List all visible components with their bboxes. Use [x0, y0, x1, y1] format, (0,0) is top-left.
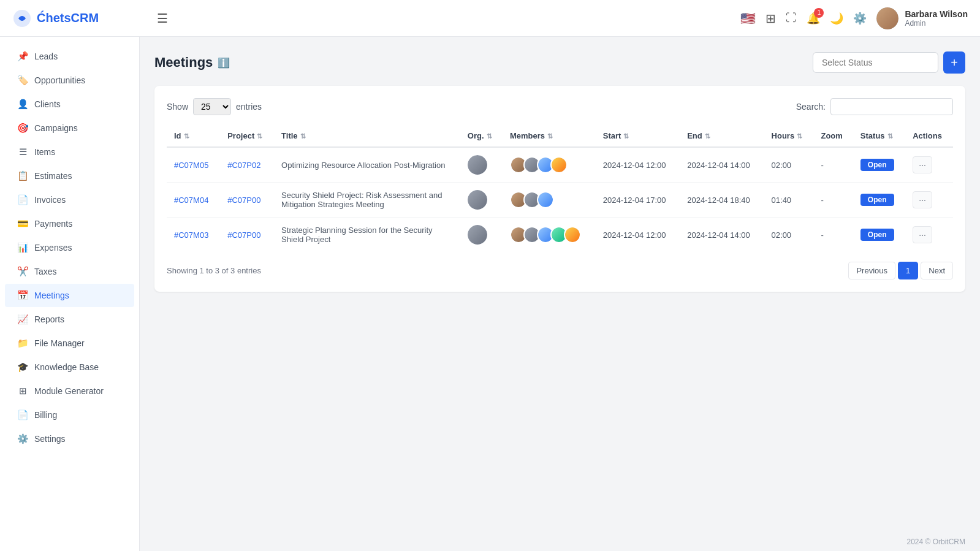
actions-button[interactable]: ···: [913, 226, 932, 243]
status-select[interactable]: [813, 52, 938, 73]
table-card: Show 25 50 100 entries Search: Id⇅Projec…: [154, 86, 965, 292]
items-icon: ☰: [17, 146, 28, 158]
sort-icon: ⇅: [257, 132, 262, 140]
cell-actions: ···: [905, 183, 953, 218]
org-avatar: [468, 190, 487, 210]
cell-project: #C07P02: [220, 147, 274, 183]
sidebar-item-clients[interactable]: 👤Clients: [5, 93, 134, 116]
sidebar-item-expenses[interactable]: 📊Expenses: [5, 236, 134, 259]
showing-text: Showing 1 to 3 of 3 entries: [167, 266, 261, 275]
entries-label: entries: [236, 102, 262, 112]
add-meeting-button[interactable]: +: [943, 51, 965, 74]
main-content: Meetings ℹ️ + Show 25 50 100 entries: [140, 37, 980, 533]
sidebar-item-items[interactable]: ☰Items: [5, 140, 134, 164]
cell-start: 2024-12-04 17:00: [596, 183, 680, 218]
member-avatar: [550, 156, 568, 173]
cell-status: Open: [853, 183, 905, 218]
reports-icon: 📈: [17, 314, 28, 325]
sidebar-label-invoices: Invoices: [34, 195, 66, 205]
hamburger-button[interactable]: ☰: [157, 11, 168, 26]
fullscreen-icon[interactable]: ⛶: [786, 12, 797, 25]
search-input[interactable]: [830, 98, 953, 115]
actions-button[interactable]: ···: [913, 156, 932, 173]
meeting-id-link[interactable]: #C07M04: [174, 196, 208, 205]
col-header-project[interactable]: Project⇅: [220, 125, 274, 147]
col-header-end[interactable]: End⇅: [680, 125, 764, 147]
user-profile[interactable]: Barbara Wilson Admin: [876, 7, 968, 29]
dark-mode-icon[interactable]: 🌙: [830, 12, 843, 25]
org-avatar: [468, 155, 487, 175]
project-id-link[interactable]: #C07P00: [227, 196, 260, 205]
project-id-link[interactable]: #C07P00: [227, 230, 260, 240]
col-header-title[interactable]: Title⇅: [274, 125, 460, 147]
sidebar-item-invoices[interactable]: 📄Invoices: [5, 188, 134, 211]
sidebar-item-reports[interactable]: 📈Reports: [5, 308, 134, 331]
col-header-org[interactable]: Org.⇅: [460, 125, 503, 147]
sidebar-label-billing: Billing: [34, 410, 57, 420]
cell-hours: 01:40: [764, 183, 814, 218]
table-row: #C07M05#C07P02Optimizing Resource Alloca…: [167, 147, 953, 183]
table-header: Id⇅Project⇅Title⇅Org.⇅Members⇅Start⇅End⇅…: [167, 125, 953, 147]
leads-icon: 📌: [17, 51, 28, 62]
col-header-id[interactable]: Id⇅: [167, 125, 220, 147]
table-footer: Showing 1 to 3 of 3 entries Previous 1 N…: [167, 262, 953, 279]
settings-icon[interactable]: ⚙️: [853, 12, 867, 25]
col-header-hours[interactable]: Hours⇅: [764, 125, 814, 147]
next-button[interactable]: Next: [921, 262, 953, 279]
table-row: #C07M03#C07P00Strategic Planning Session…: [167, 218, 953, 253]
meetings-icon: 📅: [17, 290, 28, 301]
sort-icon: ⇅: [300, 132, 306, 140]
layout: 📌Leads🏷️Opportunities👤Clients🎯Campaigns☰…: [0, 0, 980, 533]
previous-button[interactable]: Previous: [848, 262, 895, 279]
sort-icon: ⇅: [623, 132, 629, 140]
cell-end: 2024-12-04 18:40: [680, 183, 764, 218]
avatar: [876, 7, 898, 29]
meeting-id-link[interactable]: #C07M03: [174, 230, 208, 240]
meeting-id-link[interactable]: #C07M05: [174, 161, 208, 170]
sidebar-label-estimates: Estimates: [34, 171, 72, 181]
sidebar: 📌Leads🏷️Opportunities👤Clients🎯Campaigns☰…: [0, 37, 140, 551]
col-header-members[interactable]: Members⇅: [503, 125, 596, 147]
cell-hours: 02:00: [764, 147, 814, 183]
sidebar-item-leads[interactable]: 📌Leads: [5, 45, 134, 68]
col-header-start[interactable]: Start⇅: [596, 125, 680, 147]
cell-status: Open: [853, 218, 905, 253]
language-flag[interactable]: 🇺🇸: [740, 11, 756, 26]
sidebar-item-settings[interactable]: ⚙️Settings: [5, 427, 134, 450]
user-details: Barbara Wilson Admin: [905, 9, 968, 28]
logo-text: ĆhetsCRM: [37, 11, 99, 25]
sidebar-label-payments: Payments: [34, 219, 72, 229]
payments-icon: 💳: [17, 218, 28, 229]
sidebar-nav: 📌Leads🏷️Opportunities👤Clients🎯Campaigns☰…: [0, 37, 139, 551]
sidebar-item-billing[interactable]: 📄Billing: [5, 403, 134, 427]
sidebar-item-meetings[interactable]: 📅Meetings: [5, 284, 134, 307]
col-header-status[interactable]: Status⇅: [853, 125, 905, 147]
grid-icon[interactable]: ⊞: [765, 11, 776, 26]
sidebar-item-knowledge-base[interactable]: 🎓Knowledge Base: [5, 355, 134, 379]
sort-icon: ⇅: [547, 132, 553, 140]
cell-zoom: -: [813, 147, 853, 183]
table-row: #C07M04#C07P00Security Shield Project: R…: [167, 183, 953, 218]
settings-icon: ⚙️: [17, 433, 28, 444]
sidebar-item-campaigns[interactable]: 🎯Campaigns: [5, 116, 134, 140]
entries-select[interactable]: 25 50 100: [193, 98, 231, 115]
logo[interactable]: ĆhetsCRM: [12, 9, 147, 28]
actions-button[interactable]: ···: [913, 191, 932, 208]
project-id-link[interactable]: #C07P02: [227, 161, 260, 170]
notification-badge: 1: [814, 8, 824, 18]
cell-status: Open: [853, 147, 905, 183]
sidebar-label-expenses: Expenses: [34, 243, 72, 253]
sidebar-item-file-manager[interactable]: 📁File Manager: [5, 332, 134, 355]
sidebar-item-module-generator[interactable]: ⊞Module Generator: [5, 379, 134, 403]
sidebar-item-estimates[interactable]: 📋Estimates: [5, 164, 134, 188]
info-icon[interactable]: ℹ️: [218, 57, 230, 69]
notifications-icon[interactable]: 🔔 1: [807, 12, 820, 25]
sidebar-label-settings: Settings: [34, 434, 66, 444]
member-avatar: [537, 191, 554, 208]
sidebar-item-taxes[interactable]: ✂️Taxes: [5, 260, 134, 283]
sidebar-item-opportunities[interactable]: 🏷️Opportunities: [5, 69, 134, 92]
page-1-button[interactable]: 1: [898, 262, 918, 279]
sidebar-label-items: Items: [34, 147, 55, 157]
sidebar-item-payments[interactable]: 💳Payments: [5, 212, 134, 235]
sidebar-label-taxes: Taxes: [34, 267, 57, 276]
